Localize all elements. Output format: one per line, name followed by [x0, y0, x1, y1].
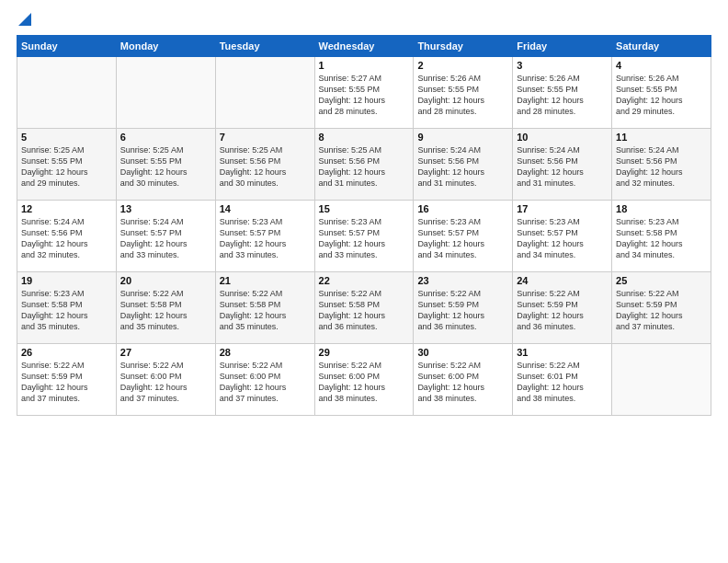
day-number: 17	[517, 203, 608, 214]
calendar-cell: 12Sunrise: 5:24 AM Sunset: 5:56 PM Dayli…	[17, 201, 117, 272]
cell-info: Sunrise: 5:23 AM Sunset: 5:57 PM Dayligh…	[319, 216, 410, 261]
header	[17, 17, 711, 29]
day-number: 21	[220, 275, 311, 286]
cell-info: Sunrise: 5:22 AM Sunset: 5:59 PM Dayligh…	[21, 360, 112, 405]
calendar-cell	[215, 57, 314, 129]
calendar-week-3: 12Sunrise: 5:24 AM Sunset: 5:56 PM Dayli…	[17, 201, 711, 272]
cell-info: Sunrise: 5:22 AM Sunset: 5:58 PM Dayligh…	[319, 288, 410, 333]
cell-info: Sunrise: 5:23 AM Sunset: 5:58 PM Dayligh…	[21, 288, 112, 333]
calendar-cell: 15Sunrise: 5:23 AM Sunset: 5:57 PM Dayli…	[314, 201, 414, 272]
day-number: 25	[616, 275, 707, 286]
calendar-cell: 4Sunrise: 5:26 AM Sunset: 5:55 PM Daylig…	[612, 57, 711, 129]
cell-info: Sunrise: 5:22 AM Sunset: 6:00 PM Dayligh…	[220, 360, 311, 405]
day-number: 12	[21, 203, 112, 214]
cell-info: Sunrise: 5:24 AM Sunset: 5:56 PM Dayligh…	[21, 216, 112, 261]
day-number: 30	[417, 347, 508, 358]
day-number: 8	[319, 132, 410, 143]
cell-info: Sunrise: 5:24 AM Sunset: 5:57 PM Dayligh…	[120, 216, 211, 261]
day-number: 16	[417, 203, 508, 214]
cell-info: Sunrise: 5:25 AM Sunset: 5:55 PM Dayligh…	[21, 144, 112, 190]
day-number: 20	[120, 275, 211, 286]
day-number: 28	[220, 347, 311, 358]
cell-info: Sunrise: 5:26 AM Sunset: 5:55 PM Dayligh…	[616, 73, 707, 118]
calendar-cell: 22Sunrise: 5:22 AM Sunset: 5:58 PM Dayli…	[314, 272, 414, 344]
cell-info: Sunrise: 5:26 AM Sunset: 5:55 PM Dayligh…	[517, 73, 608, 118]
calendar-cell: 25Sunrise: 5:22 AM Sunset: 5:59 PM Dayli…	[612, 272, 711, 344]
cell-info: Sunrise: 5:23 AM Sunset: 5:57 PM Dayligh…	[220, 216, 311, 261]
day-number: 14	[220, 203, 311, 214]
cell-info: Sunrise: 5:26 AM Sunset: 5:55 PM Dayligh…	[417, 73, 508, 118]
logo	[17, 17, 31, 29]
calendar-cell: 20Sunrise: 5:22 AM Sunset: 5:58 PM Dayli…	[116, 272, 215, 344]
day-header-wednesday: Wednesday	[314, 36, 414, 57]
day-number: 2	[417, 60, 508, 71]
calendar-cell: 31Sunrise: 5:22 AM Sunset: 6:01 PM Dayli…	[513, 344, 612, 416]
cell-info: Sunrise: 5:22 AM Sunset: 6:00 PM Dayligh…	[120, 360, 211, 405]
calendar-cell	[17, 57, 117, 129]
cell-info: Sunrise: 5:23 AM Sunset: 5:57 PM Dayligh…	[517, 216, 608, 261]
calendar-cell: 24Sunrise: 5:22 AM Sunset: 5:59 PM Dayli…	[513, 272, 612, 344]
calendar-cell	[612, 344, 711, 416]
cell-info: Sunrise: 5:27 AM Sunset: 5:55 PM Dayligh…	[319, 73, 410, 118]
day-number: 26	[21, 347, 112, 358]
day-header-friday: Friday	[513, 36, 612, 57]
calendar-cell: 11Sunrise: 5:24 AM Sunset: 5:56 PM Dayli…	[612, 129, 711, 201]
day-header-tuesday: Tuesday	[215, 36, 314, 57]
calendar-cell: 10Sunrise: 5:24 AM Sunset: 5:56 PM Dayli…	[513, 129, 612, 201]
calendar-cell: 17Sunrise: 5:23 AM Sunset: 5:57 PM Dayli…	[513, 201, 612, 272]
calendar-cell: 29Sunrise: 5:22 AM Sunset: 6:00 PM Dayli…	[314, 344, 414, 416]
day-number: 15	[319, 203, 410, 214]
day-number: 19	[21, 275, 112, 286]
calendar-week-5: 26Sunrise: 5:22 AM Sunset: 5:59 PM Dayli…	[17, 344, 711, 416]
day-number: 6	[120, 132, 211, 143]
day-number: 11	[616, 132, 707, 143]
cell-info: Sunrise: 5:22 AM Sunset: 5:59 PM Dayligh…	[517, 288, 608, 333]
day-number: 10	[517, 132, 608, 143]
calendar-cell: 30Sunrise: 5:22 AM Sunset: 6:00 PM Dayli…	[414, 344, 513, 416]
cell-info: Sunrise: 5:24 AM Sunset: 5:56 PM Dayligh…	[517, 144, 608, 190]
calendar-week-1: 1Sunrise: 5:27 AM Sunset: 5:55 PM Daylig…	[17, 57, 711, 129]
calendar-cell: 6Sunrise: 5:25 AM Sunset: 5:55 PM Daylig…	[116, 129, 215, 201]
day-number: 9	[417, 132, 508, 143]
svg-marker-0	[18, 13, 31, 26]
calendar: SundayMondayTuesdayWednesdayThursdayFrid…	[17, 35, 711, 416]
calendar-cell: 21Sunrise: 5:22 AM Sunset: 5:58 PM Dayli…	[215, 272, 314, 344]
calendar-week-2: 5Sunrise: 5:25 AM Sunset: 5:55 PM Daylig…	[17, 129, 711, 201]
day-header-monday: Monday	[116, 36, 215, 57]
calendar-cell: 1Sunrise: 5:27 AM Sunset: 5:55 PM Daylig…	[314, 57, 414, 129]
calendar-header-row: SundayMondayTuesdayWednesdayThursdayFrid…	[17, 36, 711, 57]
calendar-cell: 8Sunrise: 5:25 AM Sunset: 5:56 PM Daylig…	[314, 129, 414, 201]
cell-info: Sunrise: 5:23 AM Sunset: 5:58 PM Dayligh…	[616, 216, 707, 261]
logo-arrow-icon	[18, 13, 31, 26]
day-header-sunday: Sunday	[17, 36, 117, 57]
calendar-cell: 9Sunrise: 5:24 AM Sunset: 5:56 PM Daylig…	[414, 129, 513, 201]
calendar-cell: 16Sunrise: 5:23 AM Sunset: 5:57 PM Dayli…	[414, 201, 513, 272]
calendar-cell: 2Sunrise: 5:26 AM Sunset: 5:55 PM Daylig…	[414, 57, 513, 129]
cell-info: Sunrise: 5:22 AM Sunset: 5:58 PM Dayligh…	[220, 288, 311, 333]
day-number: 4	[616, 60, 707, 71]
cell-info: Sunrise: 5:25 AM Sunset: 5:56 PM Dayligh…	[319, 144, 410, 190]
day-number: 31	[517, 347, 608, 358]
day-number: 7	[220, 132, 311, 143]
cell-info: Sunrise: 5:22 AM Sunset: 5:58 PM Dayligh…	[120, 288, 211, 333]
calendar-cell	[116, 57, 215, 129]
calendar-cell: 5Sunrise: 5:25 AM Sunset: 5:55 PM Daylig…	[17, 129, 117, 201]
day-number: 22	[319, 275, 410, 286]
cell-info: Sunrise: 5:25 AM Sunset: 5:55 PM Dayligh…	[120, 144, 211, 190]
day-header-thursday: Thursday	[414, 36, 513, 57]
calendar-cell: 23Sunrise: 5:22 AM Sunset: 5:59 PM Dayli…	[414, 272, 513, 344]
day-number: 18	[616, 203, 707, 214]
day-number: 29	[319, 347, 410, 358]
calendar-cell: 28Sunrise: 5:22 AM Sunset: 6:00 PM Dayli…	[215, 344, 314, 416]
calendar-cell: 27Sunrise: 5:22 AM Sunset: 6:00 PM Dayli…	[116, 344, 215, 416]
calendar-cell: 26Sunrise: 5:22 AM Sunset: 5:59 PM Dayli…	[17, 344, 117, 416]
cell-info: Sunrise: 5:22 AM Sunset: 6:01 PM Dayligh…	[517, 360, 608, 405]
cell-info: Sunrise: 5:22 AM Sunset: 6:00 PM Dayligh…	[319, 360, 410, 405]
cell-info: Sunrise: 5:22 AM Sunset: 6:00 PM Dayligh…	[417, 360, 508, 405]
calendar-week-4: 19Sunrise: 5:23 AM Sunset: 5:58 PM Dayli…	[17, 272, 711, 344]
day-number: 13	[120, 203, 211, 214]
day-number: 5	[21, 132, 112, 143]
cell-info: Sunrise: 5:22 AM Sunset: 5:59 PM Dayligh…	[417, 288, 508, 333]
day-number: 24	[517, 275, 608, 286]
calendar-cell: 19Sunrise: 5:23 AM Sunset: 5:58 PM Dayli…	[17, 272, 117, 344]
